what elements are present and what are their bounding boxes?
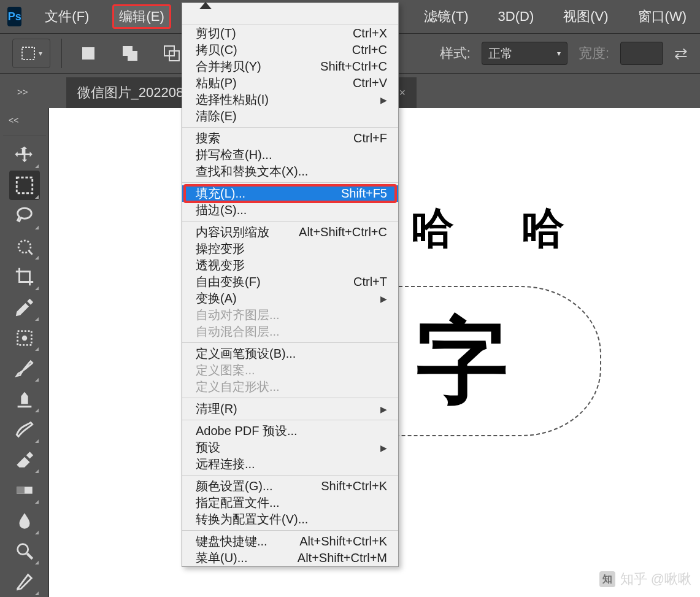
menu-item-label: 清除(E): [196, 108, 237, 125]
menu-window[interactable]: 窗口(W): [632, 5, 693, 28]
menu-item-8[interactable]: 查找和替换文本(X)...: [182, 163, 398, 180]
swap-icon[interactable]: ⇄: [674, 44, 688, 63]
menu-file[interactable]: 文件(F): [39, 5, 95, 28]
menu-item-15[interactable]: 变换(A)▶: [182, 290, 398, 307]
menu-item-2[interactable]: 合并拷贝(Y)Shift+Ctrl+C: [182, 58, 398, 75]
clone-stamp-tool[interactable]: [9, 384, 40, 414]
new-selection-button[interactable]: [73, 38, 104, 69]
menu-item-label: 透视变形: [196, 257, 245, 274]
menu-edit[interactable]: 编辑(E): [112, 4, 171, 29]
menu-item-6[interactable]: 搜索Ctrl+F: [182, 130, 398, 147]
svg-rect-1: [82, 47, 94, 60]
menu-item-1[interactable]: 拷贝(C)Ctrl+C: [182, 42, 398, 58]
menu-item-21[interactable]: 清理(R)▶: [182, 401, 398, 417]
menu-item-label: 自动对齐图层...: [196, 307, 280, 323]
menu-item-label: 定义自定形状...: [196, 379, 280, 395]
menu-item-4[interactable]: 选择性粘贴(I)▶: [182, 91, 398, 108]
crop-tool[interactable]: [9, 262, 40, 291]
menu-item-3[interactable]: 粘贴(P)Ctrl+V: [182, 75, 398, 91]
menu-view[interactable]: 视图(V): [557, 5, 614, 28]
style-select[interactable]: 正常 ▾: [482, 42, 567, 65]
dropdown-arrow-icon: [199, 2, 212, 9]
menu-item-label: Adobe PDF 预设...: [196, 423, 298, 439]
menu-item-27[interactable]: 转换为配置文件(V)...: [182, 511, 398, 528]
svg-rect-6: [17, 177, 33, 193]
menu-item-5[interactable]: 清除(E): [182, 108, 398, 125]
add-selection-button[interactable]: [115, 38, 145, 69]
menu-item-28[interactable]: 键盘快捷键...Alt+Shift+Ctrl+K: [182, 533, 398, 550]
svg-point-9: [21, 335, 27, 341]
move-tool[interactable]: [9, 141, 40, 170]
menu-item-label: 变换(A): [196, 290, 237, 307]
brush-tool[interactable]: [9, 353, 40, 383]
menu-item-17: 自动混合图层...: [182, 323, 398, 340]
app-logo: Ps: [7, 7, 21, 26]
menu-item-shortcut: Ctrl+V: [353, 76, 387, 90]
svg-rect-11: [17, 487, 25, 493]
menu-item-label: 填充(L)...: [196, 185, 245, 202]
gradient-tool[interactable]: [9, 476, 40, 505]
menu-item-18[interactable]: 定义画笔预设(B)...: [182, 345, 398, 362]
menu-item-16: 自动对齐图层...: [182, 307, 398, 323]
menu-item-24[interactable]: 远程连接...: [182, 456, 398, 472]
menu-item-shortcut: Alt+Shift+Ctrl+M: [298, 551, 387, 565]
close-tab-icon[interactable]: ×: [399, 87, 406, 99]
menu-filter[interactable]: 滤镜(T): [418, 5, 474, 28]
menu-item-label: 选择性粘贴(I): [196, 91, 269, 108]
history-brush-tool[interactable]: [9, 415, 40, 444]
menu-item-label: 自由变换(F): [196, 274, 261, 290]
menu-item-label: 拷贝(C): [196, 42, 237, 58]
menu-item-12[interactable]: 操控变形: [182, 241, 398, 257]
menu-item-label: 操控变形: [196, 241, 245, 257]
collapse-toolbar-icon[interactable]: <<: [9, 113, 18, 131]
style-value: 正常: [488, 45, 513, 62]
spot-healing-tool[interactable]: [9, 323, 40, 353]
eraser-tool[interactable]: [9, 445, 40, 475]
menu-item-label: 键盘快捷键...: [196, 533, 267, 550]
blur-tool[interactable]: [9, 506, 40, 536]
expand-panels-icon[interactable]: >>: [17, 87, 32, 108]
menu-item-25[interactable]: 颜色设置(G)...Shift+Ctrl+K: [182, 478, 398, 495]
menu-item-10[interactable]: 描边(S)...: [182, 202, 398, 218]
width-input[interactable]: [620, 42, 663, 65]
menu-item-0[interactable]: 剪切(T)Ctrl+X: [182, 25, 398, 42]
rectangular-marquee-tool[interactable]: [9, 171, 40, 200]
quick-selection-tool[interactable]: [9, 232, 40, 261]
menu-item-label: 内容识别缩放: [196, 224, 269, 241]
menu-item-label: 远程连接...: [196, 456, 255, 472]
menu-item-22[interactable]: Adobe PDF 预设...: [182, 423, 398, 439]
menu-item-shortcut: Shift+Ctrl+C: [320, 60, 387, 74]
document-tab-title-left: 微信图片_202208: [77, 83, 184, 102]
menu-item-label: 颜色设置(G)...: [196, 478, 273, 495]
lasso-tool[interactable]: [9, 201, 40, 231]
svg-rect-0: [22, 47, 34, 60]
menu-item-label: 指定配置文件...: [196, 495, 280, 511]
menu-item-13[interactable]: 透视变形: [182, 257, 398, 274]
dodge-tool[interactable]: [9, 537, 40, 566]
menu-item-label: 菜单(U)...: [196, 550, 247, 566]
style-label: 样式:: [440, 44, 471, 63]
menu-item-label: 描边(S)...: [196, 202, 247, 218]
canvas-text-2: 哈: [521, 200, 564, 258]
menu-item-14[interactable]: 自由变换(F)Ctrl+T: [182, 274, 398, 290]
menu-item-shortcut: Shift+F5: [341, 187, 387, 201]
canvas-large-text: 字: [416, 301, 505, 425]
menu-item-label: 清理(R): [196, 401, 237, 417]
menu-3d[interactable]: 3D(D): [492, 6, 540, 27]
menu-item-11[interactable]: 内容识别缩放Alt+Shift+Ctrl+C: [182, 224, 398, 241]
menu-item-label: 转换为配置文件(V)...: [196, 511, 308, 528]
menu-item-shortcut: Ctrl+F: [353, 131, 387, 145]
menu-item-9[interactable]: 填充(L)...Shift+F5: [182, 185, 398, 202]
pen-tool[interactable]: [9, 567, 40, 596]
zhihu-logo-icon: 知: [599, 571, 615, 587]
tools-panel: <<: [0, 108, 49, 597]
menu-item-23[interactable]: 预设▶: [182, 439, 398, 456]
menu-item-29[interactable]: 菜单(U)...Alt+Shift+Ctrl+M: [182, 550, 398, 566]
eyedropper-tool[interactable]: [9, 293, 40, 322]
menu-item-shortcut: Ctrl+C: [352, 43, 387, 57]
menu-item-19: 定义图案...: [182, 362, 398, 379]
menu-item-7[interactable]: 拼写检查(H)...: [182, 147, 398, 163]
submenu-arrow-icon: ▶: [380, 404, 387, 414]
menu-item-26[interactable]: 指定配置文件...: [182, 495, 398, 511]
marquee-preset[interactable]: ▾: [12, 39, 50, 68]
